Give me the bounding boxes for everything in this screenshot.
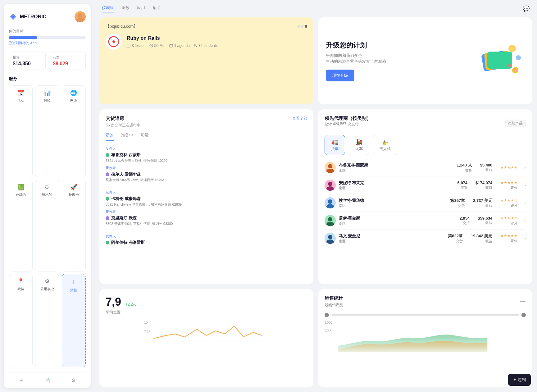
service-grid: 📅 活动 📊 保险 🌐 网络 💹 金融的 🛡 技术的 🚀 护理卡 📍 款待 ⚙ — [9, 85, 86, 367]
dealer-transactions-1: 1,240 人 交货 — [457, 162, 472, 173]
cat-tab-drone[interactable]: 🚁 无人机 — [373, 135, 397, 155]
progress-bar-fill — [9, 36, 37, 39]
dealer-row-2: 安妮特·布莱克 南区 6,074 交货 $174,074 收益 ★★★★★ 评分 — [325, 176, 526, 194]
hospitality-icon: 📍 — [17, 278, 24, 285]
dealer-rating-label-5: 评分 — [511, 239, 517, 243]
add-product-button[interactable]: 添加产品 — [505, 120, 526, 127]
service-item-activities[interactable]: 📅 活动 — [9, 85, 33, 177]
upgrade-illustration: $ — [475, 42, 525, 80]
delivery-tab-shipping[interactable]: 船运 — [141, 132, 149, 141]
sales-more-icon[interactable]: ••• — [520, 299, 526, 305]
service-item-financial[interactable]: 💹 金融的 — [9, 180, 33, 272]
range-slider-container — [325, 313, 526, 317]
dealer-name-5: 马文·麦金尼 — [339, 233, 445, 239]
dealer-rev-num-3: 2,737 美元 — [473, 198, 492, 203]
sender-name-3: 阿尔伯特·弗洛雷斯 — [106, 240, 307, 245]
dealer-transactions-3: 第357章 交货 — [450, 198, 465, 208]
dealer-revenue-4: $59,634 收益 — [478, 216, 492, 225]
lessons-icon — [127, 44, 130, 48]
dealer-row-5: 马文·麦金尼 南区 第822章 交货 19,842 美元 收益 ★★★★★ 评分 — [325, 230, 526, 247]
upgrade-button[interactable]: 现在升级 — [326, 70, 354, 81]
view-all-button[interactable]: 查看全部 — [292, 116, 307, 121]
dealer-trans-num-5: 第822章 — [448, 233, 463, 239]
sender-name-1: 布鲁克林·西蒙斯 — [106, 152, 307, 158]
service-item-public[interactable]: ⚙ 公用事业 — [35, 274, 59, 367]
dealers-title: 领先代理商（按类别） — [325, 116, 371, 121]
dealer-rev-num-4: $59,634 — [478, 216, 492, 221]
dealer-rev-label-2: 收益 — [476, 185, 492, 190]
dealer-rating-4: ★★★★☆ 评分 — [500, 216, 517, 226]
dealer-name-3: 埃丝特·霍华德 — [339, 198, 447, 203]
nav-tab-help[interactable]: 帮助 — [152, 5, 161, 12]
dealer-arrow-1[interactable]: › — [524, 165, 526, 170]
dealer-rating-5: ★★★★★ 评分 — [500, 234, 517, 243]
content-area: 【biqubiqu.com】 Ruby on Rails — [94, 17, 537, 392]
cat-label-truck: 货车 — [331, 146, 339, 152]
sender-name-2: 卡梅伦·威廉姆森 — [106, 196, 307, 202]
customize-button[interactable]: ✦ 定制 — [508, 374, 531, 386]
layers-icon[interactable]: ⊞ — [19, 377, 23, 383]
delivery-tab-new[interactable]: 新的 — [106, 132, 114, 141]
sidebar-footer: ⊞ 📄 ⚙ — [9, 372, 86, 383]
service-item-tech[interactable]: 🛡 技术的 — [35, 180, 59, 272]
budget-label: 预算 — [13, 55, 42, 60]
user-avatar[interactable] — [75, 11, 86, 22]
logo-text: METRONIC — [20, 14, 46, 20]
dealer-arrow-5[interactable]: › — [524, 236, 526, 241]
notification-icon[interactable]: 💬 — [523, 5, 530, 12]
service-item-insurance[interactable]: 📊 保险 — [35, 85, 59, 177]
service-item-network[interactable]: 🌐 网络 — [62, 85, 86, 177]
service-item-hospitality[interactable]: 📍 款待 — [9, 274, 33, 367]
network-icon: 🌐 — [70, 89, 77, 96]
delivery-subtitle: 56 次交付正在进行中 — [106, 123, 307, 128]
service-item-nurse[interactable]: 🚀 护理卡 — [62, 180, 86, 272]
dealers-card: 领先代理商（按类别） 总计 424,567 次交付 添加产品 🚛 货车 🚂 火车… — [318, 109, 532, 284]
dealers-subtitle: 总计 424,567 次交付 — [325, 121, 371, 127]
dealer-region-4: 南区 — [339, 221, 457, 226]
dealer-info-4: 盖伊·霍金斯 南区 — [339, 216, 457, 226]
dealer-arrow-2[interactable]: › — [524, 183, 526, 188]
dealer-info-1: 布鲁克林·西蒙斯 南区 — [339, 162, 454, 173]
svg-text:7.75: 7.75 — [144, 330, 150, 334]
delivery-card: 交货追踪 查看全部 56 次交付正在进行中 新的 准备中 船运 发件人 布鲁克林… — [99, 109, 313, 284]
dealer-arrow-4[interactable]: › — [524, 218, 526, 223]
sender-dot-1 — [106, 153, 109, 157]
document-icon[interactable]: 📄 — [44, 377, 50, 383]
dealer-avatar-1 — [325, 162, 336, 173]
dealer-rev-num-2: $174,074 — [476, 180, 492, 185]
hospitality-label: 款待 — [17, 287, 24, 291]
dot-1 — [297, 25, 300, 28]
svg-line-7 — [151, 46, 152, 46]
duration-icon — [149, 44, 153, 48]
slider-left-handle[interactable] — [325, 313, 329, 317]
dealer-stars-3: ★★★★☆ — [500, 198, 517, 203]
nav-tab-apps[interactable]: 应用 — [137, 5, 145, 12]
main-nav: 仪表板 页数 应用 帮助 — [102, 5, 161, 12]
sales-title-group: 销售统计 最畅销产品 — [325, 295, 343, 308]
goal-percent-text: 已达到目标的 37% — [9, 41, 86, 45]
svg-point-17 — [507, 64, 511, 67]
goal-section: 你的目标 已达到目标的 37% — [9, 29, 86, 45]
slider-right-handle[interactable] — [521, 313, 526, 317]
cat-tab-train[interactable]: 🚂 火车 — [349, 135, 369, 155]
dealer-avatar-4 — [325, 215, 336, 226]
nav-tab-dashboard[interactable]: 仪表板 — [102, 5, 114, 12]
delivery-tab-preparing[interactable]: 准备中 — [121, 132, 133, 141]
financial-label: 金融的 — [16, 193, 26, 197]
agenda-icon — [169, 44, 173, 48]
dealer-stars-4: ★★★★☆ — [500, 216, 517, 220]
cat-tab-truck[interactable]: 🚛 货车 — [325, 135, 345, 155]
slider-track[interactable] — [331, 314, 519, 316]
main-content: 仪表板 页数 应用 帮助 💬 【biqubiqu.com】 — [94, 0, 537, 392]
services-label: 服务 — [9, 76, 86, 82]
service-item-add[interactable]: + 添新 — [62, 274, 86, 367]
nav-tab-pages[interactable]: 页数 — [121, 5, 130, 12]
svg-point-26 — [326, 204, 334, 208]
dealer-rev-label-1: 收益 — [480, 167, 493, 172]
dealer-arrow-3[interactable]: › — [524, 200, 526, 205]
settings-icon[interactable]: ⚙ — [71, 377, 75, 383]
dealer-info-5: 马文·麦金尼 南区 — [339, 233, 445, 244]
dealer-rating-label-2: 评分 — [511, 185, 517, 190]
svg-point-23 — [328, 182, 332, 186]
drone-icon: 🚁 — [382, 138, 389, 145]
